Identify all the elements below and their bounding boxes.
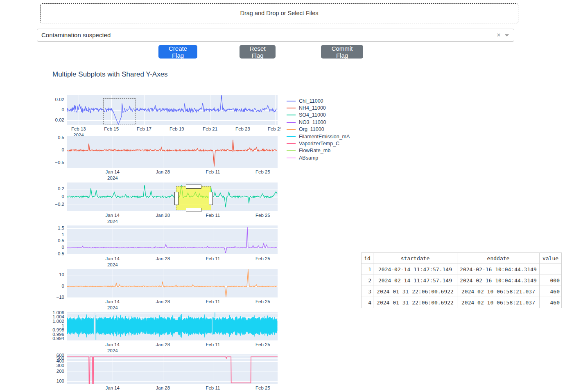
table-row: 12024-02-14 11:47:57.1492024-02-16 10:04…: [362, 264, 562, 275]
x-tick-label: Jan 28: [149, 256, 177, 261]
selection-resize-handle[interactable]: [186, 208, 201, 212]
legend-line-swatch: [287, 115, 296, 115]
legend-item-ABsamp[interactable]: ABsamp: [287, 154, 350, 161]
table-cell-id: 3: [362, 286, 373, 297]
y-tick-label: 300: [49, 363, 64, 368]
x-tick-year-label: 2024: [98, 219, 127, 224]
legend-label: Chl_11000: [299, 98, 323, 104]
table-column-header-enddate: enddate: [457, 253, 540, 264]
table-cell-startdate: 2024-01-31 22:06:00.6922: [373, 286, 457, 297]
flag-table: idstartdateenddatevalue 12024-02-14 11:4…: [361, 252, 562, 308]
subplot-Org_11000[interactable]: 100−10Jan 142024Jan 28Feb 11Feb 25: [67, 269, 278, 297]
y-tick-label: −0.02: [49, 117, 64, 122]
chart-title: Multiple Subplots with Shared Y-Axes: [52, 70, 168, 79]
commit-flag-button[interactable]: Commit Flag: [321, 45, 363, 59]
y-tick-label: 1.5: [49, 225, 64, 230]
selection-region-outline[interactable]: [103, 98, 136, 124]
table-cell-value: 460: [540, 297, 562, 308]
y-tick-label: 0.994: [49, 336, 64, 341]
subplot-chart-area[interactable]: 0.020−0.02Feb 132024Feb 15Feb 17Feb 19Fe…: [49, 92, 280, 392]
x-tick-label: Feb 25: [261, 126, 280, 131]
y-tick-label: −0.5: [49, 251, 64, 256]
y-tick-label: 0: [49, 107, 64, 112]
y-tick-label: 0.02: [49, 97, 64, 102]
legend-line-swatch: [287, 108, 296, 108]
subplot-Chl_11000[interactable]: 0.020−0.02Feb 132024Feb 15Feb 17Feb 19Fe…: [67, 95, 278, 125]
legend-label: ABsamp: [299, 155, 318, 161]
legend-item-FlowRate_mb[interactable]: FlowRate_mb: [287, 147, 350, 154]
y-tick-label: −10: [49, 295, 64, 300]
file-upload-dropzone[interactable]: Drag and Drop or Select Files: [40, 3, 518, 23]
subplot-VaporizerTemp_C[interactable]: 600500400300200100Jan 142024Jan 28Feb 11…: [67, 354, 278, 384]
legend-item-VaporizerTemp_C[interactable]: VaporizerTemp_C: [287, 140, 350, 147]
table-cell-id: 4: [362, 297, 373, 308]
x-tick-label: Feb 11: [199, 299, 227, 304]
legend-item-FilamentEmission_mA[interactable]: FilamentEmission_mA: [287, 133, 350, 140]
y-tick-label: 0.5: [49, 135, 64, 140]
legend-line-swatch: [287, 101, 296, 101]
subplot-NO3_11000[interactable]: 1.510.50−0.5Jan 142024Jan 28Feb 11Feb 25: [67, 225, 278, 255]
table-cell-startdate: 2024-01-31 22:06:00.6922: [373, 297, 457, 308]
legend-line-swatch: [287, 158, 296, 158]
x-tick-label: Jan 28: [149, 299, 177, 304]
file-upload-label: Drag and Drop or Select Files: [240, 10, 319, 16]
active-selection-region[interactable]: [176, 186, 211, 210]
table-cell-value: 000: [540, 275, 562, 286]
table-cell-enddate: 2024-02-16 10:04:44.3149: [457, 275, 540, 286]
reset-flag-button[interactable]: Reset Flag: [240, 45, 276, 59]
x-tick-label: Jan 14: [98, 169, 127, 174]
y-tick-label: −0.5: [49, 160, 64, 165]
x-tick-label: Feb 25: [249, 169, 277, 174]
x-tick-label: Feb 19: [163, 126, 191, 131]
legend-item-Chl_11000[interactable]: Chl_11000: [287, 97, 350, 104]
x-tick-label: Jan 14: [98, 213, 127, 218]
clear-icon[interactable]: ×: [497, 29, 501, 41]
flag-type-dropdown[interactable]: Contamination suspected ×: [37, 29, 514, 42]
x-tick-label: Jan 14: [98, 385, 127, 390]
x-tick-year-label: 2024: [98, 305, 127, 310]
y-tick-label: 0: [49, 245, 64, 250]
legend-line-swatch: [287, 150, 296, 151]
x-tick-label: Jan 28: [149, 169, 177, 174]
table-cell-value: [540, 264, 562, 275]
x-tick-label: Feb 11: [199, 256, 227, 261]
legend-line-swatch: [287, 136, 296, 137]
x-tick-label: Jan 28: [149, 213, 177, 218]
x-tick-label: Feb 25: [249, 213, 277, 218]
table-cell-enddate: 2024-02-10 06:58:21.037: [457, 297, 540, 308]
x-tick-label: Feb 11: [199, 169, 227, 174]
x-tick-label: Jan 14: [98, 342, 127, 347]
legend-label: SO4_11000: [299, 112, 326, 118]
x-tick-label: Feb 23: [228, 126, 257, 131]
table-header-row: idstartdateenddatevalue: [362, 253, 562, 264]
selection-resize-handle[interactable]: [186, 185, 201, 189]
y-tick-label: 10: [49, 272, 64, 277]
legend-item-Org_11000[interactable]: Org_11000: [287, 126, 350, 133]
legend-label: NO3_11000: [299, 119, 326, 125]
table-column-header-id: id: [362, 253, 373, 264]
subplot-SO4_11000[interactable]: 0.20−0.2Jan 142024Jan 28Feb 11Feb 25: [67, 182, 278, 211]
x-tick-label: Jan 28: [149, 385, 177, 390]
legend-line-swatch: [287, 129, 296, 130]
legend-label: FilamentEmission_mA: [299, 134, 350, 140]
flag-table-body: 12024-02-14 11:47:57.1492024-02-16 10:04…: [362, 264, 562, 308]
y-tick-label: 0: [49, 147, 64, 152]
x-tick-label: Feb 11: [199, 342, 227, 347]
y-tick-label: 0: [49, 194, 64, 199]
legend-item-NH4_11000[interactable]: NH4_11000: [287, 104, 350, 111]
x-tick-label: Feb 11: [199, 213, 227, 218]
chevron-down-icon[interactable]: [505, 34, 509, 36]
table-row: 42024-01-31 22:06:00.69222024-02-10 06:5…: [362, 297, 562, 308]
subplot-NH4_11000[interactable]: 0.50−0.5Jan 142024Jan 28Feb 11Feb 25: [67, 136, 278, 168]
table-cell-id: 1: [362, 264, 373, 275]
legend-line-swatch: [287, 143, 296, 144]
legend-item-NO3_11000[interactable]: NO3_11000: [287, 119, 350, 126]
subplot-FilamentEmission_mA[interactable]: 1.0061.0041.00210.9980.9960.994Jan 14202…: [67, 312, 278, 340]
x-tick-label: Feb 21: [196, 126, 224, 131]
selection-resize-handle[interactable]: [209, 192, 213, 205]
selection-resize-handle[interactable]: [174, 192, 179, 205]
table-cell-startdate: 2024-02-14 11:47:57.149: [373, 275, 457, 286]
legend-item-SO4_11000[interactable]: SO4_11000: [287, 112, 350, 119]
create-flag-button[interactable]: Create Flag: [158, 45, 197, 59]
x-tick-year-label: 2024: [98, 176, 127, 180]
